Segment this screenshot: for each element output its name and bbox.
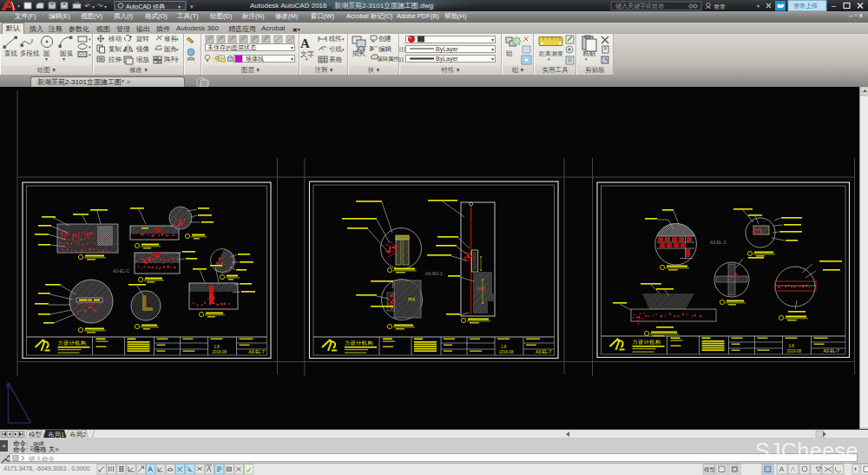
svg-text:▾: ▾ (176, 56, 179, 62)
svg-text:A3-EL-7: A3-EL-7 (824, 348, 840, 353)
svg-text:▾: ▾ (62, 56, 65, 62)
svg-text:A3-W1-2: A3-W1-2 (425, 271, 443, 276)
svg-text:A3-EL-C: A3-EL-C (113, 268, 130, 274)
svg-text:梯级: 梯级 (476, 286, 485, 291)
svg-text:▾: ▾ (190, 3, 194, 10)
svg-text:▾: ▾ (342, 47, 345, 52)
svg-text:梯级: 梯级 (408, 297, 417, 301)
svg-text:1:8: 1:8 (214, 345, 220, 349)
svg-text:▾: ▾ (306, 56, 308, 62)
svg-text:▾: ▾ (104, 4, 107, 10)
svg-text:▾: ▾ (17, 3, 20, 9)
svg-text:▾: ▾ (92, 4, 95, 10)
svg-text:2016-08: 2016-08 (213, 350, 227, 354)
svg-text:▾: ▾ (89, 52, 91, 57)
svg-text:▾: ▾ (45, 56, 48, 62)
svg-text:A3-EL-7: A3-EL-7 (249, 349, 266, 354)
svg-text:▾: ▾ (342, 36, 345, 42)
svg-text:2016-08: 2016-08 (499, 350, 514, 354)
svg-text:A3-EL-3: A3-EL-3 (710, 240, 727, 245)
svg-text:A: A (300, 36, 310, 50)
svg-text:登录上传: 登录上传 (793, 3, 818, 10)
svg-text:力设计机构: 力设计机构 (58, 340, 87, 346)
svg-text:▾: ▾ (89, 44, 91, 49)
svg-text:▾: ▾ (178, 4, 181, 10)
svg-text:▾: ▾ (176, 36, 179, 42)
svg-text:登录: 登录 (713, 3, 726, 10)
svg-text:1:8: 1:8 (501, 345, 507, 349)
svg-text:力设计机构: 力设计机构 (345, 340, 373, 346)
svg-text:▾: ▾ (585, 56, 588, 62)
svg-text:AutoCAD 经典: AutoCAD 经典 (126, 3, 165, 10)
svg-text:▾: ▾ (757, 3, 760, 9)
svg-text:力设计机构: 力设计机构 (633, 339, 661, 346)
svg-text:模型: 模型 (704, 466, 716, 472)
svg-text:1:8: 1:8 (789, 344, 795, 348)
svg-text:▾: ▾ (548, 56, 550, 62)
svg-text:A3-EL-7: A3-EL-7 (536, 349, 552, 354)
svg-text:2016-08: 2016-08 (787, 349, 802, 353)
svg-text:键入关键字或短语: 键入关键字或短语 (615, 2, 664, 10)
svg-text:▾: ▾ (89, 36, 91, 42)
svg-text:–: – (832, 2, 836, 10)
svg-text:▾: ▾ (176, 47, 179, 52)
